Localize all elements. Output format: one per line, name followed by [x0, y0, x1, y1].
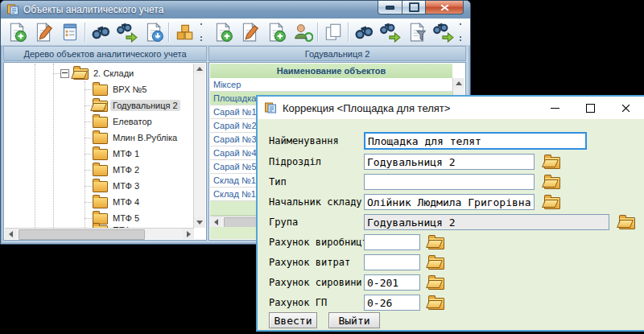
search-go-records-button[interactable]: [377, 20, 403, 43]
warehouse-manager-field[interactable]: [364, 194, 535, 210]
toolbar-overflow-grip[interactable]: [199, 22, 204, 43]
group-picker-button[interactable]: [617, 215, 637, 229]
copy-record-icon: [323, 22, 344, 43]
tree-body: 2. Склади ВРХ №5 Годувальниця 2 Елеватор…: [5, 64, 205, 239]
name-field[interactable]: [364, 132, 587, 150]
subdivision-field[interactable]: [364, 154, 535, 170]
search-button[interactable]: [87, 20, 114, 43]
edit-record-button[interactable]: [236, 20, 262, 43]
folder-icon: [93, 85, 108, 96]
minimize-button[interactable]: [378, 1, 402, 14]
search-records-button[interactable]: [350, 20, 377, 43]
tree-horizontal-scrollbar[interactable]: [5, 228, 194, 239]
tree-panel: 2. Склади ВРХ №5 Годувальниця 2 Елеватор…: [3, 62, 207, 241]
copy-add-record-button[interactable]: [262, 20, 289, 43]
edit-record-icon: [239, 22, 260, 43]
finished-goods-account-picker-button[interactable]: [427, 295, 446, 310]
raw-material-account-picker-button[interactable]: [427, 275, 446, 290]
close-icon: [440, 4, 449, 11]
enter-button[interactable]: Ввести: [269, 312, 317, 328]
tree-item[interactable]: МТФ 1: [5, 146, 192, 162]
maximize-icon: [409, 2, 419, 12]
tree-item-label: МТФ 1: [110, 148, 142, 159]
copy-record-button[interactable]: [320, 20, 346, 43]
production-account-picker-button[interactable]: [427, 235, 446, 249]
tree-item[interactable]: МТФ 2: [5, 162, 192, 178]
tree-item-label: 2. Склади: [91, 68, 136, 79]
user-refresh-button[interactable]: [289, 20, 316, 43]
tree-item-label: МТФ 2: [110, 164, 142, 175]
exit-button[interactable]: Выйти: [328, 312, 380, 328]
scroll-down-button[interactable]: [194, 217, 205, 228]
main-window-controls: [378, 1, 464, 14]
manager-picker-button[interactable]: [543, 195, 562, 209]
folder-open-icon: [93, 101, 108, 112]
tree-item[interactable]: Елеватор: [5, 113, 192, 130]
correction-dialog: Коррекция <Площадка для телят> Найменува…: [256, 95, 644, 332]
app-icon: [6, 3, 19, 16]
edit-object-icon: [33, 22, 54, 43]
tree-item-label: ВРХ №5: [110, 84, 150, 95]
raw-material-account-field[interactable]: [364, 274, 420, 291]
expense-account-field[interactable]: [364, 254, 420, 270]
list-item-label: Сарай №3: [213, 134, 257, 144]
filter-record-button[interactable]: [403, 20, 430, 43]
tree-item-selected[interactable]: Годувальниця 2: [5, 97, 192, 113]
objects-cubes-button[interactable]: [171, 20, 197, 43]
tree-vertical-scrollbar[interactable]: [193, 64, 205, 228]
scroll-right-button[interactable]: [183, 229, 194, 239]
tree-item-label: Годувальниця 2: [110, 100, 180, 111]
folder-icon: [93, 165, 108, 176]
search-go-2-button[interactable]: [430, 20, 456, 43]
toolbar-overflow-grip[interactable]: [458, 22, 463, 43]
folder-icon: [93, 197, 108, 208]
scroll-up-button[interactable]: [453, 78, 464, 89]
object-properties-button[interactable]: [56, 20, 83, 43]
user-refresh-icon: [292, 22, 313, 43]
list-item-label: Сарай №2: [213, 121, 257, 130]
close-icon: [621, 104, 630, 113]
collapse-icon[interactable]: [60, 69, 69, 78]
subdivision-picker-button[interactable]: [543, 155, 562, 169]
field-label-group: Група: [269, 216, 298, 228]
list-item[interactable]: Міксер: [210, 78, 452, 92]
finished-goods-account-field[interactable]: [364, 295, 420, 311]
add-record-button[interactable]: [209, 20, 236, 43]
list-item-label: Міксер: [213, 80, 241, 89]
add-object-button[interactable]: [3, 20, 30, 43]
search-go-button[interactable]: [114, 20, 140, 43]
field-label-subdivision: Підрозділ: [269, 156, 321, 167]
production-account-field[interactable]: [364, 234, 420, 250]
edit-object-button[interactable]: [30, 20, 56, 43]
dialog-maximize-button[interactable]: [576, 97, 604, 119]
list-column-header[interactable]: Наименование объектов: [210, 64, 452, 79]
tree-item-sklady[interactable]: 2. Склади: [5, 65, 192, 81]
folder-open-icon: [544, 197, 560, 209]
close-button[interactable]: [426, 1, 464, 14]
scroll-up-button[interactable]: [194, 64, 205, 74]
tree-item[interactable]: МТФ 4: [5, 194, 192, 210]
tree-item[interactable]: МТФ 3: [5, 178, 192, 194]
arrow-down-icon: [196, 221, 203, 225]
toolbar-separator: [317, 23, 318, 42]
minimize-icon: [551, 108, 559, 109]
tree-item[interactable]: Млин В.Рубліка: [5, 130, 192, 146]
maximize-button[interactable]: [402, 1, 426, 14]
expense-account-picker-button[interactable]: [427, 255, 446, 270]
tree-item[interactable]: ВРХ №5: [5, 81, 192, 97]
folder-icon: [93, 117, 108, 128]
dialog-close-button[interactable]: [612, 97, 639, 119]
export-object-button[interactable]: [140, 20, 167, 43]
type-field[interactable]: [364, 174, 535, 190]
folder-open-icon: [428, 258, 444, 270]
type-picker-button[interactable]: [543, 175, 562, 189]
arrow-left-icon: [214, 219, 218, 225]
scrollbar-thumb[interactable]: [19, 229, 145, 240]
search-icon: [90, 22, 111, 43]
object-properties-icon: [60, 22, 80, 43]
scroll-left-button[interactable]: [5, 229, 16, 239]
scroll-left-button[interactable]: [210, 216, 221, 227]
group-field[interactable]: [364, 214, 609, 230]
dialog-minimize-button[interactable]: [541, 97, 568, 119]
tree-panel-header: Дерево объектов аналитического учета: [3, 46, 207, 61]
